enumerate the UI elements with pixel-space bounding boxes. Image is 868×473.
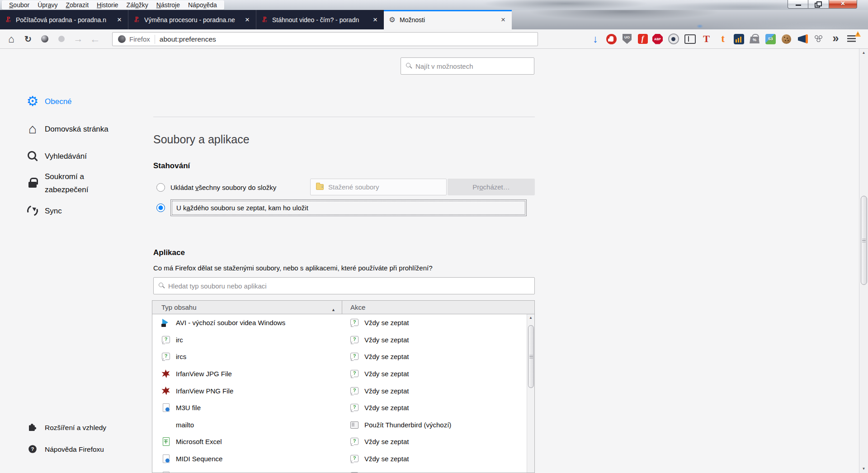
always-ask-focus-box[interactable]: U každého souboru se zeptat, kam ho ulož… bbox=[170, 199, 527, 216]
gear-icon bbox=[388, 16, 396, 24]
tab-bar: PNETPočítačová poradna - poradna.n×PNETV… bbox=[0, 10, 868, 29]
table-row[interactable]: ircVždy se zeptat bbox=[152, 331, 534, 349]
sidebar-item-vyhledavani[interactable]: Vyhledávání bbox=[26, 145, 87, 167]
menu-upravy[interactable]: Úpravy bbox=[33, 1, 61, 9]
uo-shield-icon[interactable] bbox=[621, 33, 633, 45]
t-red-icon[interactable] bbox=[701, 33, 712, 45]
table-row[interactable] bbox=[152, 467, 534, 473]
sidebar-item-soukromi-zabezpeceni[interactable]: Soukromí a zabezpečení bbox=[26, 169, 122, 197]
filetype-search-input[interactable] bbox=[153, 277, 535, 294]
menu-napoveda[interactable]: Nápověda bbox=[184, 1, 221, 9]
home-icon[interactable] bbox=[5, 32, 18, 46]
browse-button[interactable]: Procházet… bbox=[448, 179, 535, 195]
bar-chart-icon[interactable] bbox=[734, 34, 744, 44]
download-folder-field[interactable]: Stažené soubory bbox=[310, 179, 447, 195]
action-label: Použít Thunderbird (výchozí) bbox=[364, 421, 451, 429]
table-row[interactable]: IrfanView JPG FileVždy se zeptat bbox=[152, 365, 534, 383]
tab-close-icon[interactable]: × bbox=[115, 15, 123, 24]
gear-icon bbox=[26, 95, 39, 108]
nav-buttons bbox=[5, 29, 102, 48]
ask-bubble-icon bbox=[161, 352, 170, 361]
content-type-header-label: Typ obsahu bbox=[161, 303, 197, 311]
cookie-icon[interactable] bbox=[780, 33, 792, 45]
tab-close-icon[interactable]: × bbox=[371, 15, 379, 24]
sidebar-item-domovska-stranka[interactable]: Domovská stránka bbox=[26, 118, 108, 140]
tab-close-icon[interactable]: × bbox=[243, 15, 251, 24]
flash-icon[interactable] bbox=[638, 34, 648, 44]
file-badge-icon bbox=[161, 454, 170, 463]
megaphone-icon[interactable] bbox=[797, 33, 809, 45]
ask-bubble-icon bbox=[350, 369, 359, 378]
account-icon[interactable] bbox=[38, 32, 52, 46]
sidebar-item-sync[interactable]: Sync bbox=[26, 200, 62, 222]
url-bar[interactable]: Firefox about:preferences bbox=[112, 32, 538, 46]
firefox-logo-icon bbox=[118, 35, 126, 43]
ask-bubble-icon bbox=[350, 336, 359, 344]
scroll-up-icon[interactable]: ▲ bbox=[527, 314, 534, 322]
restore-button[interactable] bbox=[808, 0, 829, 9]
menu-zobrazit[interactable]: Zobrazit bbox=[62, 1, 93, 9]
table-row[interactable]: Microsoft ExcelVždy se zeptat bbox=[152, 433, 534, 450]
page-scrollbar-thumb[interactable] bbox=[861, 196, 867, 285]
extension-circle-icon[interactable] bbox=[55, 32, 68, 46]
table-row[interactable]: mailtoPoužít Thunderbird (výchozí) bbox=[152, 416, 534, 434]
action-label: Vždy se zeptat bbox=[364, 353, 409, 360]
blank-icon bbox=[161, 421, 170, 429]
filetype-search-wrap bbox=[153, 277, 535, 294]
reload-icon[interactable] bbox=[21, 32, 35, 46]
column-header-content-type[interactable]: Typ obsahu ▲ bbox=[152, 303, 342, 311]
sidebar-item-rozsireni-a-vzhledy[interactable]: Rozšíření a vzhledy bbox=[26, 418, 106, 436]
overflow-icon[interactable] bbox=[830, 33, 842, 45]
back-icon[interactable] bbox=[88, 32, 102, 46]
page-scrollbar[interactable]: ▲ ▼ bbox=[859, 49, 868, 473]
find-in-options-input[interactable] bbox=[401, 57, 534, 75]
forward-icon[interactable] bbox=[71, 32, 85, 46]
table-row[interactable]: AVI - výchozí soubor videa WindowsVždy s… bbox=[152, 314, 534, 331]
menu-nastroje[interactable]: Nástroje bbox=[152, 1, 184, 9]
eye-icon[interactable] bbox=[668, 33, 679, 45]
content-type-label: Microsoft Excel bbox=[176, 438, 222, 445]
table-row[interactable]: MIDI SequenceVždy se zeptat bbox=[152, 450, 534, 468]
s3-icon[interactable] bbox=[765, 34, 776, 44]
download-icon[interactable] bbox=[590, 33, 601, 45]
basket-icon[interactable] bbox=[749, 33, 760, 45]
tab-close-icon[interactable]: × bbox=[499, 15, 507, 24]
find-in-options-wrap bbox=[401, 57, 534, 75]
scroll-up-icon[interactable]: ▲ bbox=[859, 49, 868, 57]
sidebar-panel-icon[interactable] bbox=[684, 33, 696, 45]
main-panel: Soubory a aplikace Stahování Ukládat vše… bbox=[153, 49, 535, 473]
hand-blocker-icon[interactable] bbox=[606, 34, 617, 44]
tab-vymena-procesoru[interactable]: PNETVýměna procesoru - poradna.ne× bbox=[128, 10, 256, 29]
abp-icon[interactable] bbox=[652, 34, 663, 44]
close-button[interactable] bbox=[829, 0, 857, 9]
table-scrollbar[interactable]: ▲ bbox=[527, 314, 534, 473]
content-type-label: irc bbox=[176, 336, 183, 344]
table-row[interactable]: ircsVždy se zeptat bbox=[152, 348, 534, 365]
linked-circles-icon[interactable] bbox=[813, 33, 825, 45]
menu-icon[interactable] bbox=[846, 33, 858, 45]
table-row[interactable]: IrfanView PNG FileVždy se zeptat bbox=[152, 382, 534, 399]
sidebar-item-obecne[interactable]: Obecné bbox=[26, 90, 72, 112]
download-folder-value: Stažené soubory bbox=[328, 183, 379, 191]
table-row[interactable]: M3U fileVždy se zeptat bbox=[152, 399, 534, 416]
always-ask-radio[interactable] bbox=[156, 203, 165, 212]
sidebar-item-napoveda-firefoxu[interactable]: Nápověda Firefoxu bbox=[26, 440, 104, 458]
menu-historie[interactable]: Historie bbox=[93, 1, 122, 9]
always-ask-label: U každého souboru se zeptat, kam ho ulož… bbox=[176, 204, 308, 212]
tab-stahnout-video[interactable]: PNETStáhnout video - čím? - poradn× bbox=[256, 10, 384, 29]
table-header: Typ obsahu ▲ Akce bbox=[152, 301, 534, 314]
titlebar-glass-area bbox=[511, 10, 868, 29]
menu-soubor[interactable]: Soubor bbox=[5, 1, 33, 9]
column-header-action[interactable]: Akce bbox=[342, 301, 534, 314]
minimize-button[interactable] bbox=[788, 0, 808, 9]
menu-zalozky[interactable]: Záložky bbox=[123, 1, 152, 9]
save-to-folder-radio[interactable] bbox=[156, 183, 165, 192]
tab-pocitacova-poradna[interactable]: PNETPočítačová poradna - poradna.n× bbox=[0, 10, 128, 29]
excel-file-icon bbox=[161, 437, 170, 446]
table-scrollbar-thumb[interactable] bbox=[528, 325, 534, 388]
tab-moznosti[interactable]: Možnosti× bbox=[384, 10, 512, 29]
window-titlebar: SouborÚpravyZobrazitHistorieZáložkyNástr… bbox=[0, 0, 868, 10]
t-orange-icon[interactable] bbox=[717, 33, 729, 45]
scroll-down-icon[interactable]: ▼ bbox=[859, 465, 868, 473]
irfanview-icon bbox=[161, 369, 170, 378]
